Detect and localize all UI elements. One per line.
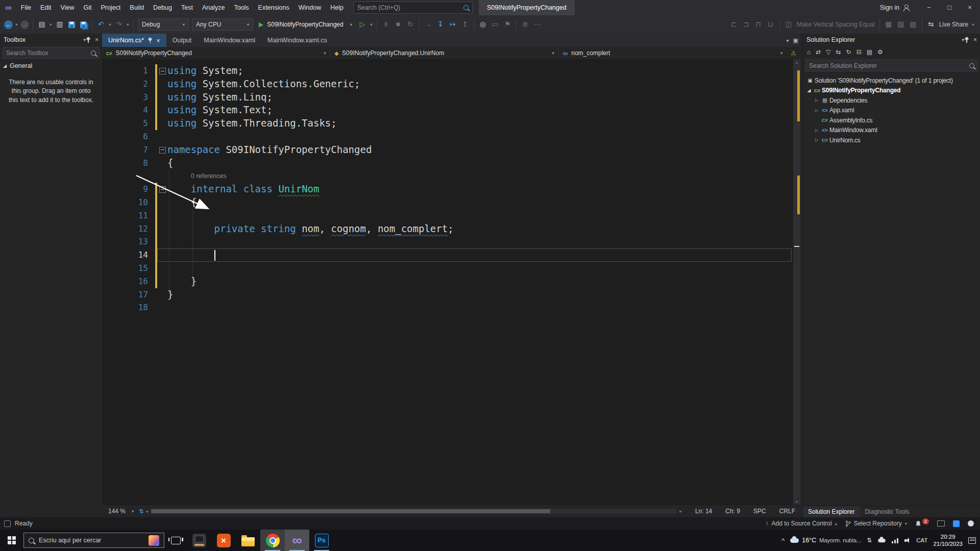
toolbox-group-general[interactable]: ◢ General: [0, 61, 102, 71]
line-number[interactable]: 13: [102, 235, 155, 248]
save-all-icon[interactable]: [80, 21, 87, 28]
scroll-right-icon[interactable]: ▸: [679, 509, 682, 514]
select-repository-button[interactable]: Select Repository ▾: [845, 520, 907, 527]
code-lines[interactable]: 1using System;2using System.Collections.…: [102, 59, 793, 505]
pin-icon[interactable]: [964, 37, 969, 43]
align-top-edges-icon[interactable]: ⊓: [752, 18, 765, 31]
toolbox-search-input[interactable]: Search Toolbox: [3, 47, 100, 59]
align-left-edges-icon[interactable]: ⊏: [728, 18, 740, 31]
tree-item-app-xaml[interactable]: ▷<>App.xaml: [803, 106, 980, 116]
task-view-button[interactable]: [164, 530, 187, 551]
scrollbar-thumb[interactable]: [151, 509, 550, 513]
member-dropdown[interactable]: nom_complert ▾: [559, 47, 787, 59]
solution-configurations-combo[interactable]: Debug▾: [138, 18, 189, 31]
scroll-left-icon[interactable]: ◂: [146, 509, 149, 514]
vertical-scrollbar[interactable]: ▴ ▾: [793, 59, 800, 505]
tree-item-unirnom-cs[interactable]: ▷C#UnirNom.cs: [803, 135, 980, 145]
stop-debugging-icon[interactable]: ■: [392, 18, 404, 31]
background-tasks-icon[interactable]: [4, 520, 11, 527]
code-line-7[interactable]: 7namespace S09INotifyPropertyChanged: [102, 143, 793, 157]
quick-search-box[interactable]: Search (Ctrl+Q): [353, 2, 473, 14]
menu-git[interactable]: Git: [79, 0, 96, 15]
active-files-dropdown-icon[interactable]: ▾: [787, 38, 789, 43]
collapse-all-icon[interactable]: ⊟: [856, 48, 862, 56]
code-line-17[interactable]: 17}: [102, 288, 793, 302]
line-number[interactable]: 4: [102, 104, 155, 117]
panel-tab-solution-explorer[interactable]: Solution Explorer: [803, 506, 860, 517]
zoom-combo[interactable]: 144 % ▾: [105, 508, 137, 515]
network-icon[interactable]: [892, 538, 899, 543]
taskbar-search-box[interactable]: Escriu aquí per cercar: [23, 533, 164, 548]
code-text[interactable]: }: [167, 275, 793, 288]
dropdown-caret-icon[interactable]: ▾: [970, 22, 976, 27]
search-highlight-icon[interactable]: [149, 535, 159, 546]
nav-forward-icon[interactable]: →: [20, 20, 29, 29]
line-number[interactable]: 17: [102, 288, 155, 302]
menu-file[interactable]: File: [16, 0, 36, 15]
home-icon[interactable]: ⌂: [807, 48, 811, 56]
code-text[interactable]: using System.Threading.Tasks;: [167, 117, 793, 130]
code-line-16[interactable]: 16 }: [102, 275, 793, 288]
menu-analyze[interactable]: Analyze: [198, 0, 229, 15]
nav-back-icon[interactable]: ←: [4, 20, 13, 29]
visual-studio-icon[interactable]: ∞: [285, 530, 309, 551]
code-text[interactable]: namespace S09INotifyPropertyChanged: [167, 143, 793, 157]
code-line-4[interactable]: 4using System.Text;: [102, 104, 793, 117]
code-text[interactable]: [167, 235, 793, 248]
step-into-icon[interactable]: ↧: [434, 18, 447, 31]
code-line-14[interactable]: 14: [102, 248, 793, 262]
align-right-edges-icon[interactable]: ⊐: [740, 18, 752, 31]
maximize-button[interactable]: □: [939, 0, 960, 15]
code-line-10[interactable]: 10 {: [102, 196, 793, 209]
line-number[interactable]: 1: [102, 64, 155, 78]
show-next-statement-icon[interactable]: →: [422, 18, 434, 31]
type-dropdown[interactable]: S09INotifyPropertyChanged.UnirNom ▾: [330, 47, 558, 59]
code-text[interactable]: internal class UnirNom: [167, 183, 793, 196]
menu-test[interactable]: Test: [177, 0, 198, 15]
code-text[interactable]: [167, 209, 793, 222]
menu-debug[interactable]: Debug: [149, 0, 177, 15]
align-bottom-edges-icon[interactable]: ⊔: [765, 18, 777, 31]
tab-mainwindow-xaml-cs[interactable]: MainWindow.xaml.cs: [261, 34, 333, 47]
tab-output[interactable]: Output: [166, 34, 198, 47]
document-options-icon[interactable]: ▣: [793, 37, 798, 44]
menu-edit[interactable]: Edit: [36, 0, 56, 15]
dropdown-caret-icon[interactable]: ▾: [107, 22, 113, 27]
volume-icon[interactable]: [904, 538, 911, 543]
tree-item-mainwindow-xaml[interactable]: ▷<>MainWindow.xaml: [803, 126, 980, 136]
code-text[interactable]: [167, 130, 793, 143]
restart-icon[interactable]: ↻: [404, 18, 416, 31]
clock[interactable]: 20:29 21/10/2023: [933, 533, 963, 547]
code-text[interactable]: {: [167, 157, 793, 170]
collapse-icon[interactable]: [159, 68, 166, 74]
layout-rows-icon[interactable]: ▧: [895, 18, 907, 31]
bookmark-icon[interactable]: ⚑: [501, 18, 513, 31]
dropdown-caret-icon[interactable]: ▾: [125, 22, 131, 27]
line-number[interactable]: 14: [102, 248, 155, 262]
code-text[interactable]: [167, 262, 793, 275]
menu-view[interactable]: View: [56, 0, 79, 15]
new-file-icon[interactable]: ▤: [36, 18, 48, 31]
code-text[interactable]: [167, 301, 793, 314]
solution-platforms-combo[interactable]: Any CPU▾: [192, 18, 253, 31]
line-number[interactable]: 15: [102, 262, 155, 275]
navigate-list-icon[interactable]: ≣: [519, 18, 531, 31]
menu-extensions[interactable]: Extensions: [254, 0, 294, 15]
code-text[interactable]: using System.Collections.Generic;: [167, 78, 793, 91]
close-icon[interactable]: ×: [973, 36, 977, 43]
tree-arrow-icon[interactable]: ▷: [813, 108, 820, 113]
line-number[interactable]: 6: [102, 130, 155, 143]
code-line-18[interactable]: 18: [102, 301, 793, 314]
open-file-icon[interactable]: ▥: [54, 18, 66, 31]
tree-arrow-icon[interactable]: ▷: [813, 98, 820, 103]
line-number[interactable]: 7: [102, 143, 155, 157]
pending-changes-filter-icon[interactable]: ▽: [826, 48, 830, 56]
start-button[interactable]: [0, 530, 23, 551]
action-center-icon[interactable]: [968, 537, 976, 544]
switch-views-icon[interactable]: ⇄: [816, 48, 821, 56]
tree-item-solution-s09inotifypropertychanged-1-of-1-project[interactable]: ▣Solution 'S09INotifyPropertyChanged' (1…: [803, 76, 980, 86]
project-dropdown[interactable]: S09INotifyPropertyChanged ▾: [102, 47, 330, 59]
collapse-icon[interactable]: [159, 186, 166, 193]
sync-with-active-document-icon[interactable]: ⇆: [836, 48, 841, 56]
code-line-15[interactable]: 15: [102, 262, 793, 275]
